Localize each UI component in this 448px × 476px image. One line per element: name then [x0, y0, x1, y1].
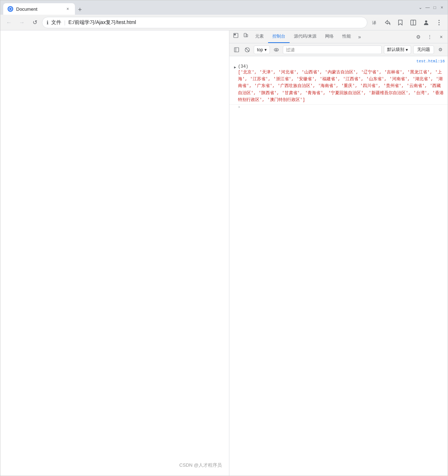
refresh-button[interactable]: ↺	[29, 17, 40, 28]
console-entry-array: ▶ (34) ['北京', '天津', '河北省', '山西省', '内蒙古自治…	[229, 63, 448, 105]
translate-button[interactable]: 译	[369, 17, 380, 28]
console-eye-button[interactable]	[272, 45, 281, 54]
address-url: E:/前端学习/Ajax复习/test.html	[68, 19, 136, 26]
svg-rect-9	[234, 34, 235, 35]
split-button[interactable]	[408, 17, 419, 28]
svg-rect-12	[234, 48, 239, 52]
address-bar[interactable]: ℹ 文件 | E:/前端学习/Ajax复习/test.html	[42, 17, 367, 28]
devtools-device-button[interactable]	[241, 30, 251, 40]
svg-point-16	[274, 48, 278, 51]
devtools-settings-button[interactable]: ⚙	[413, 32, 423, 42]
new-tab-button[interactable]: +	[75, 5, 85, 15]
console-content: test.html:16 ▶ (34) ['北京', '天津', '河北省', …	[229, 56, 448, 476]
menu-button[interactable]	[433, 17, 445, 28]
devtools-close-button[interactable]: ×	[436, 32, 446, 42]
active-tab[interactable]: Document ×	[3, 3, 75, 15]
console-context-label: top	[257, 47, 263, 52]
toolbar-actions: 译	[369, 17, 445, 28]
tab-elements[interactable]: 元素	[251, 30, 268, 43]
tab-console[interactable]: 控制台	[268, 30, 290, 43]
forward-button[interactable]: →	[16, 17, 28, 28]
devtools-more-tabs[interactable]: »	[355, 30, 364, 43]
tab-favicon	[8, 6, 13, 12]
window-maximize-button[interactable]: □	[432, 5, 438, 10]
console-context-arrow: ▾	[264, 47, 267, 52]
window-minimize-button[interactable]: —	[425, 5, 430, 10]
main-content: CSDN @人才程序员 元素	[0, 30, 448, 476]
console-toolbar: top ▾ 默认级别 ▾ 无问题 ⚙	[229, 43, 448, 56]
window-close-button[interactable]: ×	[439, 5, 445, 10]
second-expand-arrow[interactable]: ›	[238, 105, 240, 109]
devtools-inspect-button[interactable]	[231, 30, 241, 40]
address-label: 文件	[51, 19, 61, 26]
svg-point-7	[439, 24, 440, 25]
svg-point-17	[276, 49, 277, 51]
page-area: CSDN @人才程序员	[0, 30, 229, 476]
console-level-selector[interactable]: 默认级别 ▾	[384, 45, 411, 54]
console-filter-input[interactable]	[283, 45, 382, 54]
tab-network[interactable]: 网络	[321, 30, 338, 43]
tab-sources[interactable]: 源代码/来源	[290, 30, 321, 43]
console-level-arrow: ▾	[406, 47, 408, 52]
svg-text:译: 译	[372, 20, 376, 25]
bookmark-button[interactable]	[395, 17, 406, 28]
svg-point-5	[439, 20, 440, 21]
profile-button[interactable]	[420, 17, 432, 28]
devtools-panel: 元素 控制台 源代码/来源 网络 性能 » ⚙ ⋮ ×	[229, 30, 448, 476]
tab-bar: Document × +	[3, 0, 415, 15]
console-context-selector[interactable]: top ▾	[254, 45, 270, 54]
address-separator: |	[64, 20, 66, 25]
svg-point-4	[425, 20, 427, 23]
console-entry-second: ›	[229, 105, 448, 110]
array-count: (34)	[238, 64, 248, 69]
svg-rect-11	[246, 34, 248, 37]
back-button[interactable]: ←	[3, 17, 15, 28]
devtools-header-settings: ⚙ ⋮ ×	[413, 30, 446, 43]
share-button[interactable]	[382, 17, 393, 28]
tab-close-button[interactable]: ×	[65, 6, 71, 12]
array-content: ['北京', '天津', '河北省', '山西省', '内蒙古自治区', '辽宁…	[238, 69, 445, 104]
tab-title: Document	[16, 6, 37, 12]
console-level-label: 默认级别	[387, 47, 404, 53]
svg-point-0	[9, 8, 12, 10]
console-clear-button[interactable]	[243, 45, 252, 54]
browser-window: Document × + ⌄ — □ × ← → ↺ ℹ 文件 | E:/前端学…	[0, 0, 448, 476]
expand-arrow-icon[interactable]: ▶	[232, 64, 238, 70]
console-settings-button[interactable]: ⚙	[436, 45, 445, 54]
console-sidebar-button[interactable]	[232, 45, 241, 54]
devtools-dock-button[interactable]: ⋮	[425, 32, 435, 42]
svg-rect-10	[244, 33, 246, 37]
devtools-tab-bar: 元素 控制台 源代码/来源 网络 性能 » ⚙ ⋮ ×	[229, 30, 448, 43]
address-info-icon: ℹ	[47, 20, 48, 25]
svg-point-6	[439, 22, 440, 23]
watermark: CSDN @人才程序员	[179, 462, 222, 468]
window-controls: ⌄ — □ ×	[418, 5, 445, 10]
console-entry-body: (34) ['北京', '天津', '河北省', '山西省', '内蒙古自治区'…	[238, 64, 445, 104]
tab-performance[interactable]: 性能	[338, 30, 355, 43]
svg-line-15	[246, 48, 249, 52]
console-issues-button[interactable]: 无问题	[413, 45, 434, 54]
title-bar: Document × + ⌄ — □ ×	[0, 0, 448, 15]
window-chevron-button[interactable]: ⌄	[418, 5, 423, 10]
navigation-toolbar: ← → ↺ ℹ 文件 | E:/前端学习/Ajax复习/test.html 译	[0, 15, 448, 30]
console-source-link[interactable]: test.html:16	[416, 58, 445, 63]
